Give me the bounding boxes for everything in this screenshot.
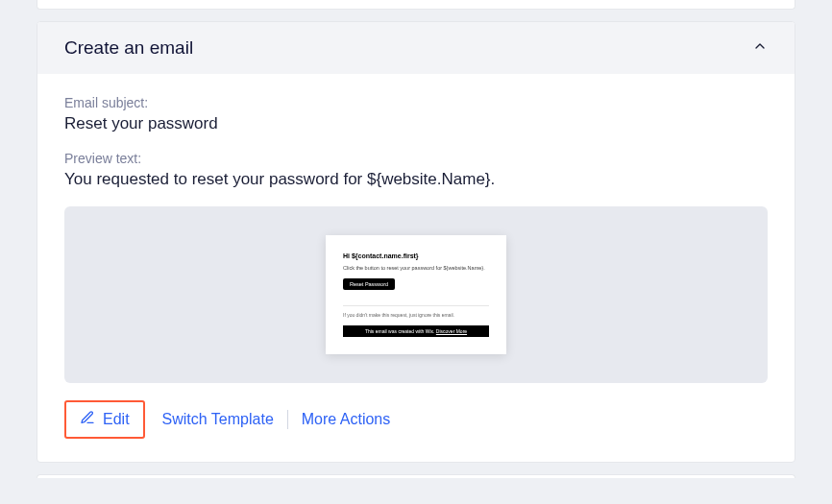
- preview-text-value: You requested to reset your password for…: [64, 170, 768, 189]
- action-divider: [287, 410, 288, 429]
- thumb-banner-text: This email was created with Wix.: [365, 328, 436, 334]
- thumb-footer-banner: This email was created with Wix. Discove…: [343, 325, 489, 337]
- preview-text-label: Preview text:: [64, 151, 768, 166]
- edit-button[interactable]: Edit: [64, 400, 145, 439]
- switch-template-button[interactable]: Switch Template: [162, 403, 274, 436]
- email-subject-label: Email subject:: [64, 95, 768, 110]
- chevron-up-icon: [752, 38, 768, 58]
- card-header[interactable]: Create an email: [37, 22, 795, 74]
- previous-card-edge: [37, 0, 795, 10]
- email-preview-pane: Hi ${contact.name.first} Click the butto…: [64, 206, 768, 383]
- more-actions-button[interactable]: More Actions: [302, 403, 390, 436]
- thumb-reset-button: Reset Password: [343, 278, 395, 290]
- thumb-body-text: Click the button to reset your password …: [343, 265, 489, 271]
- thumb-ignore-text: If you didn't make this request, just ig…: [343, 312, 489, 318]
- thumb-divider: [343, 305, 489, 306]
- edit-label: Edit: [103, 411, 130, 428]
- actions-row: Edit Switch Template More Actions: [64, 400, 768, 439]
- thumb-greeting: Hi ${contact.name.first}: [343, 252, 489, 259]
- card-body: Email subject: Reset your password Previ…: [37, 74, 795, 462]
- thumb-banner-link: Discover More: [436, 328, 467, 334]
- create-email-card: Create an email Email subject: Reset you…: [37, 21, 795, 463]
- next-card-edge: [37, 474, 795, 478]
- email-thumbnail: Hi ${contact.name.first} Click the butto…: [326, 235, 506, 354]
- pencil-icon: [80, 410, 95, 429]
- card-title: Create an email: [64, 37, 193, 59]
- email-subject-value: Reset your password: [64, 114, 768, 133]
